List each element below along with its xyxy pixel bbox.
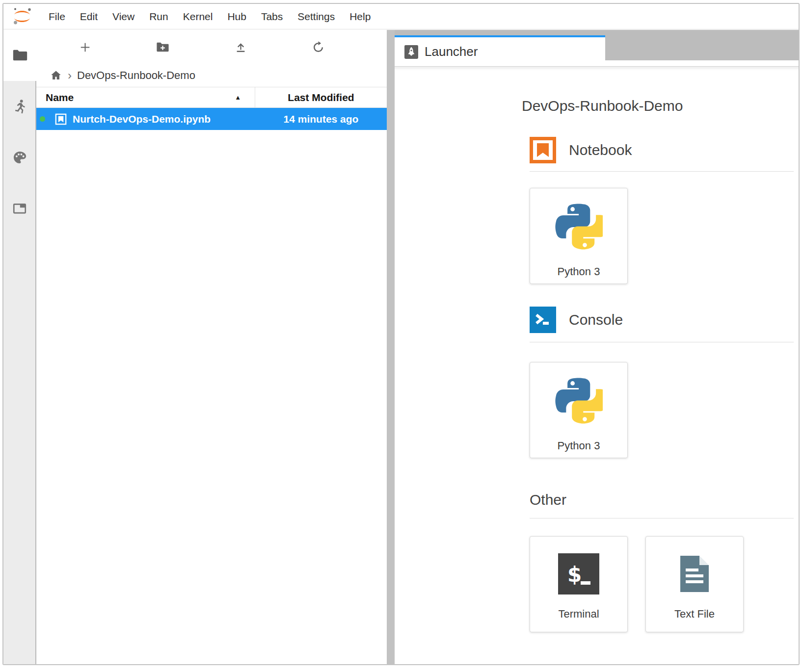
refresh-icon: [312, 41, 325, 54]
section-divider: [530, 342, 794, 342]
menu-hub[interactable]: Hub: [220, 11, 254, 23]
launcher-rocket-icon: [404, 45, 418, 59]
console-section-label: Console: [569, 311, 623, 328]
name-header-label: Name: [46, 92, 74, 103]
home-icon[interactable]: [50, 69, 62, 82]
section-divider: [530, 518, 794, 518]
card-label: Text File: [674, 608, 715, 620]
menu-kernel[interactable]: Kernel: [176, 11, 220, 23]
menu-bar: File Edit View Run Kernel Hub Tabs Setti…: [3, 4, 799, 29]
new-launcher-plus-icon: [79, 41, 92, 54]
upload-icon: [234, 41, 247, 54]
dock-tab-bar: Launcher: [395, 30, 799, 67]
menu-file[interactable]: File: [41, 11, 73, 23]
launcher-panel: DevOps-Runbook-Demo Notebook: [395, 67, 799, 664]
launcher-section-notebook: Notebook: [530, 137, 794, 163]
card-label: Python 3: [558, 265, 600, 278]
sidebar-tab-open-tabs[interactable]: [3, 183, 35, 234]
menu-tabs[interactable]: Tabs: [254, 11, 290, 23]
menu-edit[interactable]: Edit: [73, 11, 105, 23]
launcher-card-notebook-python3[interactable]: Python 3: [530, 188, 628, 284]
file-row-name-cell: Nurtch-DevOps-Demo.ipynb: [36, 113, 255, 126]
modified-header-label: Last Modified: [288, 92, 354, 103]
other-section-label: Other: [530, 491, 566, 508]
launcher-section-other: Other: [530, 491, 794, 508]
breadcrumb-separator: ›: [68, 70, 72, 81]
launcher-cwd-title: DevOps-Runbook-Demo: [522, 98, 794, 114]
column-header-last-modified[interactable]: Last Modified: [255, 87, 387, 107]
svg-text:$: $: [567, 563, 582, 587]
menu-settings[interactable]: Settings: [290, 11, 342, 23]
menu-run[interactable]: Run: [142, 11, 176, 23]
notebook-file-icon: [54, 113, 67, 126]
terminal-icon: $: [558, 553, 599, 594]
main-dock-panel: Launcher DevOps-Runbook-Demo Notebook: [395, 30, 799, 664]
kernel-running-dot: [40, 116, 45, 122]
left-sidebar: [3, 30, 36, 664]
launcher-card-console-python3[interactable]: Python 3: [530, 362, 628, 458]
section-divider: [530, 171, 794, 172]
menu-help[interactable]: Help: [342, 11, 378, 23]
card-label: Terminal: [558, 608, 599, 620]
refresh-button[interactable]: [280, 41, 358, 54]
notebook-icon: [530, 137, 556, 163]
tab-launcher[interactable]: Launcher: [395, 35, 605, 66]
new-folder-button[interactable]: [124, 40, 202, 54]
column-header-name[interactable]: Name ▲: [36, 87, 255, 107]
file-last-modified: 14 minutes ago: [255, 113, 387, 125]
tabs-icon: [12, 201, 27, 216]
notebook-cards: Python 3: [530, 188, 794, 284]
breadcrumb-current-folder[interactable]: DevOps-Runbook-Demo: [77, 69, 195, 82]
jupyterlab-window: File Edit View Run Kernel Hub Tabs Setti…: [2, 3, 800, 665]
menu-view[interactable]: View: [105, 11, 142, 23]
file-browser-toolbar: [36, 30, 387, 64]
python-icon: [555, 203, 603, 251]
sidebar-tab-command-palette[interactable]: [3, 132, 35, 183]
console-cards: Python 3: [530, 362, 794, 458]
python-icon: [555, 377, 603, 425]
console-icon: [530, 307, 556, 333]
sidebar-tab-running[interactable]: [3, 81, 35, 132]
running-man-icon: [12, 99, 27, 114]
new-folder-icon: [156, 40, 170, 54]
upload-button[interactable]: [202, 41, 280, 54]
sidebar-tab-file-browser[interactable]: [3, 30, 36, 81]
file-list-header: Name ▲ Last Modified: [36, 87, 387, 108]
file-name: Nurtch-DevOps-Demo.ipynb: [73, 113, 211, 125]
launcher-card-text-file[interactable]: Text File: [645, 536, 744, 632]
new-launcher-button[interactable]: [46, 41, 124, 54]
file-browser-panel: › DevOps-Runbook-Demo Name ▲ Last Modifi…: [36, 30, 387, 664]
other-cards: $ Terminal: [530, 536, 794, 632]
jupyter-logo-icon: [11, 7, 33, 26]
sort-ascending-icon: ▲: [235, 94, 241, 101]
palette-icon: [12, 150, 27, 165]
launcher-card-terminal[interactable]: $ Terminal: [530, 536, 628, 632]
text-file-icon: [674, 553, 715, 594]
notebook-section-label: Notebook: [569, 142, 632, 158]
panel-splitter-handle[interactable]: [387, 30, 395, 664]
sidebar-rail: [3, 81, 36, 664]
breadcrumb: › DevOps-Runbook-Demo: [36, 64, 387, 87]
card-label: Python 3: [558, 439, 600, 452]
file-row-selected[interactable]: Nurtch-DevOps-Demo.ipynb 14 minutes ago: [36, 108, 387, 130]
tab-launcher-label: Launcher: [425, 44, 478, 59]
folder-icon: [12, 47, 28, 64]
launcher-section-console: Console: [530, 307, 794, 333]
